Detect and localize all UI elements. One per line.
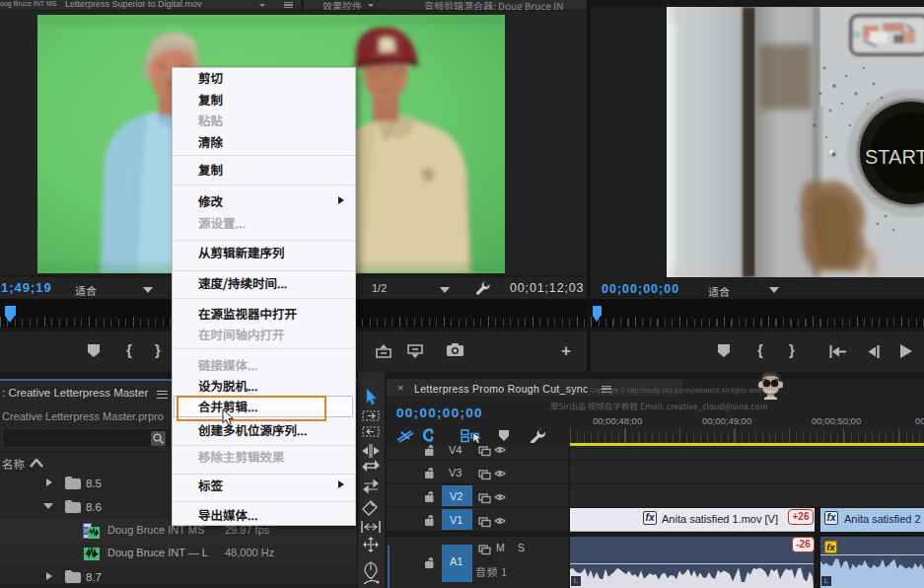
- svg-text:START: START: [865, 146, 924, 168]
